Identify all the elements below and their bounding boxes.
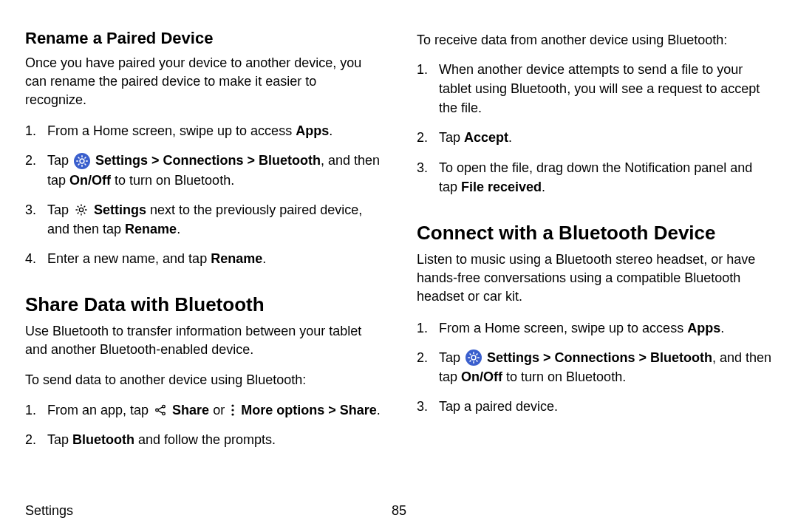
settings-gear-blue-icon — [74, 153, 90, 169]
heading-rename: Rename a Paired Device — [25, 28, 381, 50]
rename-step-1: From a Home screen, swipe up to access A… — [25, 121, 381, 140]
left-column: Rename a Paired Device Once you have pai… — [25, 28, 381, 460]
receive-steps: When another device attempts to send a f… — [417, 60, 773, 197]
svg-point-7 — [232, 409, 234, 411]
send-step-1: From an app, tap Share or More options >… — [25, 400, 381, 420]
send-lead: To send data to another device using Blu… — [25, 371, 381, 389]
connect-step-1: From a Home screen, swipe up to access A… — [417, 318, 773, 338]
share-icon — [154, 403, 167, 417]
page-content: Rename a Paired Device Once you have pai… — [0, 0, 798, 460]
svg-point-6 — [232, 404, 234, 406]
footer-page-number: 85 — [392, 503, 406, 519]
rename-step-3: Tap Settings next to the previously pair… — [25, 200, 381, 239]
connect-step-3: Tap a paired device. — [417, 397, 773, 416]
connect-steps: From a Home screen, swipe up to access A… — [417, 318, 773, 417]
receive-lead: To receive data from another device usin… — [417, 31, 773, 50]
svg-point-8 — [232, 413, 234, 415]
share-intro: Use Bluetooth to transfer information be… — [25, 322, 381, 359]
footer-section-label: Settings — [25, 503, 73, 518]
rename-step-4: Enter a new name, and tap Rename. — [25, 249, 381, 268]
settings-gear-outline-icon — [74, 202, 89, 217]
connect-step-2: Tap Settings > Connections > Bluetooth, … — [417, 348, 773, 386]
heading-share: Share Data with Bluetooth — [25, 293, 381, 316]
more-options-icon — [230, 403, 236, 417]
right-column: To receive data from another device usin… — [417, 28, 773, 460]
send-step-2: Tap Bluetooth and follow the prompts. — [25, 430, 381, 449]
receive-step-2: Tap Accept. — [417, 128, 773, 147]
receive-step-1: When another device attempts to send a f… — [417, 60, 773, 117]
connect-intro: Listen to music using a Bluetooth stereo… — [417, 250, 773, 307]
rename-steps: From a Home screen, swipe up to access A… — [25, 121, 381, 268]
rename-step-2: Tap Settings > Connections > Bluetooth, … — [25, 151, 381, 189]
send-steps: From an app, tap Share or More options >… — [25, 400, 381, 449]
rename-intro: Once you have paired your device to anot… — [25, 54, 381, 110]
settings-gear-blue-icon — [466, 349, 482, 366]
page-footer: Settings 85 — [25, 503, 773, 519]
heading-connect: Connect with a Bluetooth Device — [417, 222, 773, 245]
svg-point-2 — [79, 208, 83, 211]
receive-step-3: To open the file, drag down the Notifica… — [417, 158, 773, 197]
